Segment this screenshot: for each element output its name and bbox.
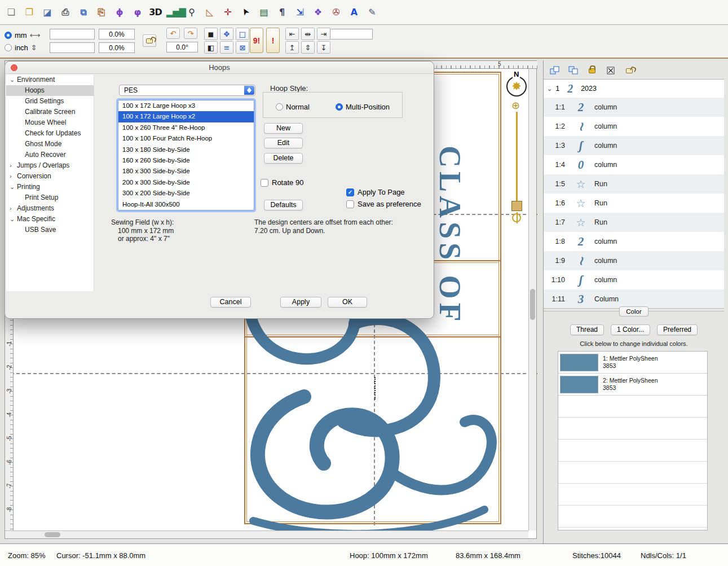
hoop-list-item[interactable]: 130 x 180 Side-by-Side: [118, 144, 254, 155]
defaults-button[interactable]: Defaults: [264, 200, 303, 210]
unlock-icon[interactable]: [623, 64, 636, 77]
tree-item[interactable]: ›Adjustments: [6, 203, 94, 214]
sequence-item[interactable]: 1:1 2 column: [544, 98, 724, 117]
sequence-item[interactable]: 1:2 ≀ column: [544, 117, 724, 136]
hoop-list-item[interactable]: 100 x 172 Large Hoop x3: [118, 100, 254, 111]
pointer-icon[interactable]: ➤: [238, 5, 253, 20]
hoop-list-item[interactable]: 180 x 300 Side-by-Side: [118, 166, 254, 177]
tree-item[interactable]: USB Save: [6, 225, 94, 235]
tree-item[interactable]: ›Conversion: [6, 171, 94, 182]
hoop-list-item[interactable]: 100 x 260 Three 4" Re-Hoop: [118, 122, 254, 133]
close-icon[interactable]: [11, 64, 17, 71]
sequence-item[interactable]: 1:6 ☆ Run: [544, 194, 724, 213]
tree-item[interactable]: Print Setup: [6, 192, 94, 203]
sequence-item[interactable]: 1:9 ≀ column: [544, 251, 724, 270]
print-icon[interactable]: ⎙: [58, 5, 73, 20]
letter-kerning-icon[interactable]: φ: [130, 5, 145, 20]
hoop-list-item[interactable]: 300 x 200 Side-by-Side: [118, 188, 254, 199]
mesh-icon[interactable]: ❖: [310, 5, 325, 20]
tree-item[interactable]: ⌄Environment: [6, 74, 94, 85]
proportional-lock-button[interactable]: [143, 34, 156, 47]
remove-overlap-icon[interactable]: ⊠: [236, 41, 249, 54]
tree-item[interactable]: Ghost Mode: [6, 139, 94, 150]
fit-hoop-icon[interactable]: □: [236, 28, 249, 40]
zoom-icon[interactable]: ⚲: [184, 5, 199, 20]
delete-button[interactable]: Delete: [264, 153, 303, 164]
sequence-item[interactable]: 1:8 2 column: [544, 232, 724, 251]
apply-button[interactable]: Apply: [280, 297, 321, 308]
color-swatch[interactable]: [560, 376, 598, 393]
hoop-list-item[interactable]: 160 x 260 Side-by-Side: [118, 155, 254, 166]
unit-inch-radio[interactable]: inch ⇕: [5, 41, 40, 54]
rotation-input[interactable]: [166, 42, 198, 52]
align-top-icon[interactable]: ↥: [285, 41, 299, 54]
align-middle-icon[interactable]: ⇕: [301, 41, 315, 54]
hoop-format-select[interactable]: PES: [119, 85, 255, 96]
hoop-list-item[interactable]: 100 x 100 Four Patch Re-Hoop: [118, 133, 254, 144]
align-left-icon[interactable]: ⇤: [285, 28, 299, 40]
scrollbar-thumb[interactable]: [45, 532, 60, 537]
hoop-list-item[interactable]: 200 x 300 Side-by-Side: [118, 177, 254, 188]
cancel-button[interactable]: Cancel: [210, 297, 251, 308]
sequence-group-row[interactable]: 1 2 2023: [544, 80, 724, 98]
normal-radio[interactable]: Normal: [276, 100, 310, 113]
baseline-icon[interactable]: ≡: [220, 41, 233, 54]
expand-design-icon[interactable]: ✥: [220, 28, 233, 40]
hoop-list-item[interactable]: 100 x 172 Large Hoop x2: [118, 111, 254, 122]
list-view-icon[interactable]: [567, 64, 580, 77]
save-icon[interactable]: ◪: [39, 5, 55, 20]
vertical-scrollbar[interactable]: [528, 69, 536, 530]
half-fill-icon[interactable]: ◧: [204, 41, 218, 54]
tree-item[interactable]: Hoops: [6, 85, 94, 96]
disclosure-icon[interactable]: [547, 85, 552, 93]
tree-item[interactable]: Calibrate Screen: [6, 107, 94, 117]
three-d-icon[interactable]: 3D: [148, 5, 163, 20]
unit-mm-radio[interactable]: mm ⟷: [5, 29, 40, 41]
tree-item[interactable]: ⌄Printing: [6, 182, 94, 192]
lock-icon[interactable]: [585, 64, 599, 77]
sequence-item[interactable]: 1:5 ☆ Run: [544, 174, 724, 194]
preferred-button[interactable]: Preferred: [657, 324, 698, 335]
copy-icon[interactable]: ⧉: [76, 5, 91, 20]
name-input[interactable]: [330, 29, 373, 40]
save-as-preference-checkbox[interactable]: Save as preference: [346, 200, 421, 208]
sequence-item[interactable]: 1:4 0 column: [544, 155, 724, 174]
align-bottom-icon[interactable]: ↧: [317, 41, 330, 54]
height-input[interactable]: [50, 42, 95, 53]
stitch-chart-icon[interactable]: ▂▅▇: [166, 5, 181, 20]
letter-spacing-icon[interactable]: ɸ: [112, 5, 127, 20]
notes-icon[interactable]: ✎: [364, 5, 380, 20]
rotate-right-button[interactable]: ↷: [184, 28, 197, 39]
tree-item[interactable]: Auto Recover: [6, 150, 94, 160]
tree-item[interactable]: Check for Updates: [6, 128, 94, 139]
align-right-icon[interactable]: ⇥: [317, 28, 330, 40]
tree-item[interactable]: Grid Settings: [6, 96, 94, 107]
thread-button[interactable]: Thread: [570, 324, 604, 335]
resize-icon[interactable]: ⇲: [292, 5, 307, 20]
tree-item[interactable]: ⌄Mac Specific: [6, 214, 94, 225]
hoop-list-item[interactable]: Hoop-It-All 300x500: [118, 199, 254, 210]
stitch-point-icon[interactable]: ✛: [220, 5, 235, 20]
sequence-item[interactable]: 1:3 ʃ column: [544, 136, 724, 155]
fill-square-icon[interactable]: ◼: [204, 28, 218, 40]
dialog-titlebar[interactable]: Hoops: [5, 62, 434, 74]
apply-to-page-checkbox[interactable]: Apply To Page: [346, 188, 405, 196]
width-input[interactable]: [50, 29, 95, 40]
object-properties-icon[interactable]: ▤: [256, 5, 271, 20]
tree-item[interactable]: ›Jumps / Overlaps: [6, 160, 94, 171]
lettering-icon[interactable]: ¶: [274, 5, 289, 20]
width-percent-input[interactable]: [99, 29, 135, 40]
rotate-left-button[interactable]: ↶: [166, 28, 180, 39]
new-button[interactable]: New: [264, 123, 303, 134]
paste-icon[interactable]: ⎘: [94, 5, 109, 20]
letter-a-icon[interactable]: A: [346, 5, 361, 20]
align-center-h-icon[interactable]: ⇹: [301, 28, 315, 40]
offset-handle[interactable]: [511, 201, 522, 211]
thumbnail-view-icon[interactable]: [548, 64, 562, 77]
thread-color-row[interactable]: 1: Mettler PolySheen 3853: [558, 352, 707, 374]
edit-button[interactable]: Edit: [264, 138, 303, 148]
thread-spool-icon[interactable]: ✇: [328, 5, 343, 20]
open-file-icon[interactable]: ❐: [21, 5, 37, 20]
density-warning-icon[interactable]: 9!: [250, 28, 263, 53]
multi-position-radio[interactable]: Multi-Position: [336, 100, 390, 113]
